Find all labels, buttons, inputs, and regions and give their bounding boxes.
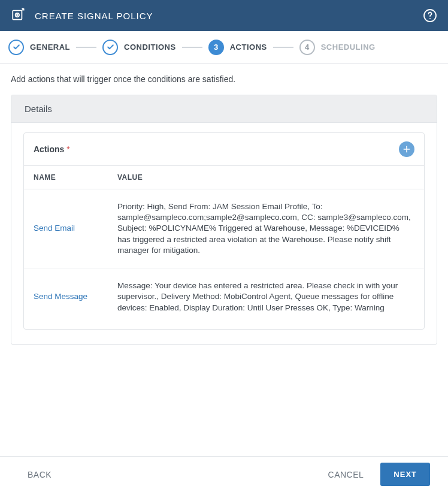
required-asterisk: *	[66, 144, 69, 154]
action-name-link[interactable]: Send Email	[34, 223, 117, 234]
step-label: SCHEDULING	[321, 43, 376, 52]
details-panel: Details Actions * NAME VALUE Sen	[11, 95, 437, 345]
back-button[interactable]: BACK	[28, 470, 52, 479]
svg-point-2	[17, 14, 18, 16]
step-label: GENERAL	[30, 43, 70, 52]
panel-heading: Details	[11, 95, 437, 123]
actions-card: Actions * NAME VALUE Send Email Priority…	[23, 132, 425, 330]
check-icon	[107, 43, 114, 51]
step-conditions[interactable]: CONDITIONS	[102, 40, 176, 55]
dialog-header: CREATE SIGNAL POLICY	[0, 0, 448, 31]
step-connector	[76, 47, 96, 48]
action-value: Message: Your device has entered a restr…	[117, 280, 414, 313]
dialog-footer: BACK CANCEL NEXT	[0, 456, 448, 492]
step-label: CONDITIONS	[124, 43, 176, 52]
dialog-title: CREATE SIGNAL POLICY	[35, 11, 153, 21]
card-title-text: Actions	[34, 144, 64, 154]
step-general[interactable]: GENERAL	[8, 40, 70, 55]
cancel-button[interactable]: CANCEL	[328, 470, 364, 479]
svg-point-4	[429, 18, 431, 19]
col-name: NAME	[34, 173, 117, 182]
card-title: Actions *	[34, 144, 70, 154]
step-connector	[273, 47, 293, 48]
table-header: NAME VALUE	[24, 166, 424, 189]
signal-policy-icon	[11, 7, 26, 25]
step-actions[interactable]: 3 ACTIONS	[208, 40, 267, 55]
col-value: VALUE	[117, 173, 414, 182]
step-number: 4	[299, 40, 315, 55]
help-icon[interactable]	[423, 8, 437, 23]
content-area: Add actions that will trigger once the c…	[0, 64, 448, 456]
step-label: ACTIONS	[230, 43, 267, 52]
action-value: Priority: High, Send From: JAM Session E…	[117, 201, 414, 256]
add-action-button[interactable]	[399, 141, 414, 157]
step-scheduling[interactable]: 4 SCHEDULING	[299, 40, 376, 55]
action-name-link[interactable]: Send Message	[34, 291, 117, 302]
step-connector	[182, 47, 202, 48]
table-row: Send Email Priority: High, Send From: JA…	[24, 189, 424, 268]
wizard-stepper: GENERAL CONDITIONS 3 ACTIONS 4 SCHEDULIN…	[0, 31, 448, 64]
next-button[interactable]: NEXT	[380, 463, 430, 486]
plus-icon	[402, 145, 411, 153]
table-row: Send Message Message: Your device has en…	[24, 268, 424, 329]
step-description: Add actions that will trigger once the c…	[11, 74, 437, 84]
check-icon	[13, 43, 20, 51]
step-number: 3	[208, 40, 224, 55]
